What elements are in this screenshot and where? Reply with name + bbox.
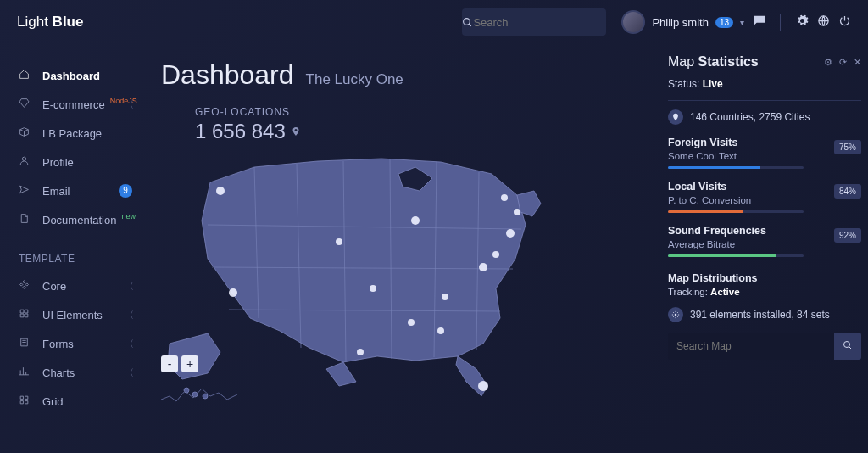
svg-point-21 — [675, 314, 677, 316]
sidebar-item-lb-package[interactable]: LB Package — [19, 119, 144, 148]
map-search-input[interactable] — [668, 333, 834, 360]
svg-point-9 — [370, 285, 376, 292]
settings-icon[interactable]: ⚙ — [824, 57, 832, 68]
svg-point-8 — [336, 238, 342, 245]
svg-point-6 — [216, 187, 225, 195]
status-line: Status: Live — [668, 78, 861, 90]
chevron-down-icon[interactable]: ▾ — [740, 18, 744, 27]
doc-icon — [19, 213, 34, 226]
gear-round-icon — [668, 307, 683, 322]
search-input[interactable] — [473, 8, 615, 36]
send-icon — [19, 184, 34, 198]
power-icon[interactable] — [838, 14, 851, 31]
stat-title: Sound Frequencies — [668, 225, 861, 237]
search-icon[interactable] — [462, 17, 473, 28]
grid-icon — [19, 394, 34, 408]
svg-point-14 — [437, 327, 444, 334]
sidebar-item-documentation[interactable]: Documentationnew — [19, 205, 144, 234]
panel-title: Map Statistics — [668, 54, 759, 70]
stat-subtitle: P. to C. Conversion — [668, 195, 861, 205]
profile-icon — [19, 155, 34, 169]
svg-point-17 — [506, 229, 515, 238]
countries-chip: 146 Countries, 2759 Cities — [668, 109, 861, 125]
zoom-out-button[interactable]: - — [161, 355, 178, 372]
svg-point-13 — [442, 294, 448, 300]
progress-bar — [668, 210, 804, 213]
sidebar-item-profile[interactable]: Profile — [19, 148, 144, 176]
close-icon[interactable]: ✕ — [854, 57, 861, 68]
stat-local-visits: Local VisitsP. to C. Conversion84% — [668, 181, 861, 213]
chevron-left-icon: 〈 — [125, 309, 134, 322]
svg-point-11 — [408, 319, 415, 326]
zoom-in-button[interactable]: + — [181, 355, 198, 372]
nav-label: Grid — [42, 395, 64, 408]
stat-percent-badge: 75% — [834, 140, 861, 154]
svg-point-22 — [844, 341, 850, 347]
svg-point-7 — [229, 288, 237, 297]
svg-point-15 — [479, 263, 487, 271]
chevron-left-icon: 〈 — [125, 280, 134, 293]
globe-icon[interactable] — [817, 14, 830, 31]
stat-subtitle: Average Bitrate — [668, 239, 861, 249]
sidebar-item-charts[interactable]: Charts〈 — [19, 358, 144, 387]
nav-tag: new — [121, 212, 136, 221]
sidebar-item-grid[interactable]: Grid — [19, 387, 144, 416]
svg-line-1 — [470, 24, 472, 26]
geo-label: GEO-LOCATIONS — [195, 106, 659, 118]
nav-label: Charts — [42, 366, 75, 379]
nav-label: Email — [42, 185, 70, 198]
notification-count-badge: 13 — [715, 17, 733, 28]
brand-bold: Blue — [53, 14, 84, 30]
header-divider — [780, 14, 781, 31]
usa-map[interactable]: - + — [161, 131, 602, 403]
sparkline-chart — [161, 384, 237, 403]
stat-sound-frequencies: Sound FrequenciesAverage Bitrate92% — [668, 225, 861, 257]
user-menu[interactable]: Philip smith 13 ▾ — [621, 10, 744, 34]
svg-point-20 — [478, 381, 488, 391]
nav-label: Dashboard — [42, 70, 100, 82]
ui-icon — [19, 308, 34, 322]
progress-bar — [668, 254, 804, 257]
sidebar: DashboardE-commerceNodeJS〈LB PackageProf… — [0, 44, 144, 453]
pin-round-icon — [668, 109, 683, 125]
tracking-status: Tracking: Active — [668, 287, 861, 297]
gear-icon[interactable] — [796, 14, 809, 31]
global-search[interactable] — [462, 8, 606, 36]
refresh-icon[interactable]: ⟳ — [839, 57, 847, 68]
nav-label: LB Package — [42, 127, 102, 140]
map-search-button[interactable] — [834, 333, 861, 360]
home-icon — [19, 69, 34, 82]
svg-point-0 — [464, 18, 470, 25]
avatar[interactable] — [621, 10, 645, 34]
sidebar-item-ui-elements[interactable]: UI Elements〈 — [19, 300, 144, 329]
sidebar-item-dashboard[interactable]: Dashboard — [19, 61, 144, 90]
panel-divider — [668, 100, 861, 101]
nav-label: UI Elements — [42, 309, 103, 322]
nav-badge: 9 — [119, 184, 132, 198]
sidebar-section-title: TEMPLATE — [19, 253, 144, 265]
svg-point-10 — [357, 349, 364, 355]
package-icon — [19, 126, 34, 140]
main-content: Dashboard The Lucky One GEO-LOCATIONS 1 … — [144, 44, 668, 453]
charts-icon — [19, 366, 34, 379]
page-subtitle: The Lucky One — [306, 71, 403, 88]
installed-chip: 391 elements installed, 84 sets — [668, 307, 861, 322]
svg-point-12 — [411, 216, 420, 225]
user-name: Philip smith — [652, 16, 708, 29]
progress-bar — [668, 166, 804, 169]
page-title: Dashboard — [161, 59, 294, 91]
stat-foreign-visits: Foreign VisitsSome Cool Text75% — [668, 137, 861, 169]
map-statistics-panel: Map Statistics ⚙ ⟳ ✕ Status: Live 146 Co… — [668, 44, 868, 453]
sidebar-item-forms[interactable]: Forms〈 — [19, 329, 144, 358]
svg-point-16 — [492, 251, 499, 258]
sidebar-item-e-commerce[interactable]: E-commerceNodeJS〈 — [19, 90, 144, 119]
sidebar-item-core[interactable]: Core〈 — [19, 271, 144, 300]
chevron-left-icon: 〈 — [125, 366, 134, 379]
stat-subtitle: Some Cool Text — [668, 151, 861, 161]
nav-label: Core — [42, 280, 66, 293]
stat-percent-badge: 84% — [834, 184, 861, 199]
nav-label: Documentation — [42, 214, 116, 226]
sidebar-item-email[interactable]: Email9 — [19, 176, 144, 205]
chat-icon[interactable] — [753, 14, 766, 31]
brand-logo[interactable]: Light Blue — [17, 14, 83, 31]
